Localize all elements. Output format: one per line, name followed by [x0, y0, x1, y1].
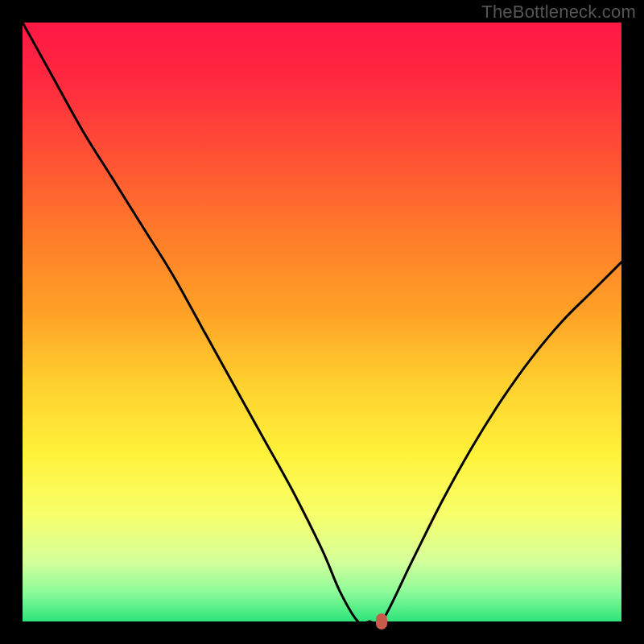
bottleneck-chart — [23, 23, 621, 621]
chart-svg — [23, 23, 621, 621]
chart-background — [23, 23, 621, 621]
chart-frame: TheBottleneck.com — [0, 0, 644, 644]
sweet-spot-marker — [376, 613, 387, 630]
watermark-text: TheBottleneck.com — [481, 2, 636, 23]
